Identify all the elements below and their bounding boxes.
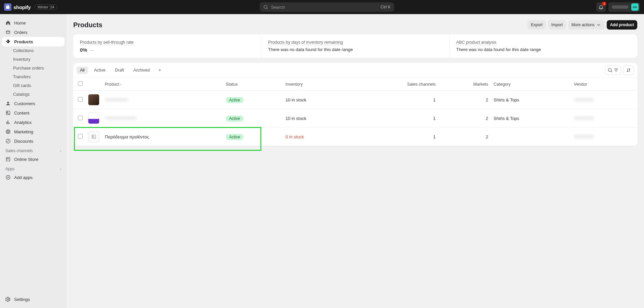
sidebar-item-home[interactable]: Home (2, 18, 65, 28)
chevron-right-icon: › (60, 149, 61, 153)
sidebar-item-label: Online Store (14, 157, 38, 162)
sidebar-item-label: Content (14, 111, 30, 116)
sidebar-item-orders[interactable]: Orders (2, 28, 65, 37)
import-button[interactable]: Import (548, 20, 566, 30)
sidebar-item-label: Discounts (14, 139, 33, 144)
edition-badge[interactable]: Winter '24 (35, 4, 57, 10)
store-name-placeholder (612, 5, 629, 9)
tab-archived[interactable]: Archived (130, 67, 153, 74)
sort-button[interactable] (623, 65, 634, 75)
sales-channels-value: 1 (351, 128, 438, 146)
tab-all[interactable]: All (77, 67, 88, 74)
row-checkbox[interactable] (78, 97, 83, 102)
more-actions-button[interactable]: More actions (568, 20, 605, 30)
metric-sell-through[interactable]: Products by sell-through rate 0% — (73, 34, 261, 58)
marketing-icon (5, 129, 11, 134)
svg-point-7 (8, 131, 8, 132)
search-input[interactable]: Search Ctrl K (260, 2, 394, 12)
sidebar-item-label: Analytics (14, 120, 32, 125)
sidebar-sub-purchase-orders[interactable]: Purchase orders (2, 64, 65, 73)
sidebar-item-customers[interactable]: Customers (2, 99, 65, 108)
home-icon (5, 20, 11, 26)
content-icon (5, 110, 11, 116)
svg-rect-1 (6, 31, 10, 34)
svg-point-13 (93, 136, 94, 137)
sidebar-sub-transfers[interactable]: Transfers (2, 73, 65, 81)
export-button[interactable]: Export (527, 20, 546, 30)
vendor-value (574, 98, 594, 102)
svg-point-11 (608, 69, 611, 72)
search-icon (607, 68, 613, 73)
sidebar-sub-gift-cards[interactable]: Gift cards (2, 81, 65, 90)
sidebar-item-label: Marketing (14, 129, 33, 134)
sales-channels-header[interactable]: Sales channels › (2, 146, 65, 155)
sidebar-sub-inventory[interactable]: Inventory (2, 55, 65, 64)
store-menu[interactable]: ste (608, 2, 640, 12)
sidebar-item-products[interactable]: Products (2, 37, 65, 46)
sidebar-item-add-apps[interactable]: Add apps (2, 173, 65, 182)
inventory-value: 0 in stock (286, 134, 304, 139)
products-table-card: All Active Draft Archived + (73, 63, 637, 146)
filter-icon (613, 68, 619, 73)
tab-active[interactable]: Active (91, 67, 109, 74)
search-kbd: Ctrl K (381, 5, 391, 9)
sidebar-item-marketing[interactable]: Marketing (2, 127, 65, 136)
sidebar: Home Orders Products Collections Invento… (0, 14, 67, 308)
table-row[interactable]: Παράδειγμα προϊόντος Active 0 in stock 1… (73, 128, 637, 146)
col-product[interactable]: Product↑ (102, 78, 223, 91)
logo[interactable]: shopify Winter '24 (4, 3, 57, 11)
row-checkbox[interactable] (78, 134, 83, 139)
product-thumbnail (88, 113, 99, 124)
chevron-down-icon (596, 22, 601, 28)
products-table: Product↑ Status Inventory Sales channels… (73, 78, 637, 146)
discounts-icon (5, 138, 11, 144)
metrics-card: Products by sell-through rate 0% — Produ… (73, 34, 637, 58)
sidebar-item-label: Orders (14, 30, 28, 35)
sidebar-item-online-store[interactable]: Online Store (2, 155, 65, 164)
product-thumbnail (88, 94, 99, 105)
svg-point-4 (7, 112, 8, 113)
col-inventory[interactable]: Inventory (283, 78, 351, 91)
search-icon (263, 4, 268, 10)
sidebar-sub-catalogs[interactable]: Catalogs (2, 90, 65, 99)
sidebar-item-settings[interactable]: Settings (2, 295, 65, 304)
metric-abc[interactable]: ABC product analysis There was no data f… (449, 34, 637, 58)
sales-channels-value: 1 (351, 91, 438, 109)
shopify-bag-icon (4, 3, 11, 11)
markets-value: 2 (438, 109, 491, 128)
row-checkbox[interactable] (78, 116, 83, 120)
sidebar-item-label: Add apps (14, 175, 33, 180)
search-filter-button[interactable] (605, 65, 621, 75)
product-name: Παράδειγμα προϊόντος (105, 134, 149, 139)
col-status[interactable]: Status (223, 78, 283, 91)
sidebar-item-content[interactable]: Content (2, 108, 65, 118)
table-row[interactable]: Active 10 in stock 1 2 Shirts & Tops (73, 91, 637, 109)
sidebar-sub-collections[interactable]: Collections (2, 46, 65, 55)
add-view-button[interactable]: + (156, 67, 164, 74)
select-all-checkbox[interactable] (78, 81, 83, 86)
notifications-button[interactable]: 1 (596, 2, 606, 12)
main-content: Products Export Import More actions Add … (67, 14, 644, 308)
col-category[interactable]: Category (491, 78, 571, 91)
col-markets[interactable]: Markets (438, 78, 491, 91)
plus-circle-icon (5, 175, 11, 180)
add-product-button[interactable]: Add product (607, 20, 637, 30)
gear-icon (5, 297, 11, 302)
markets-value: 2 (438, 128, 491, 146)
apps-header[interactable]: Apps › (2, 164, 65, 173)
sidebar-item-discounts[interactable]: Discounts (2, 136, 65, 146)
product-name (105, 116, 137, 120)
sidebar-item-label: Settings (14, 297, 30, 302)
sidebar-item-analytics[interactable]: Analytics (2, 118, 65, 127)
metric-days-inventory[interactable]: Products by days of inventory remaining … (261, 34, 449, 58)
status-badge: Active (226, 134, 244, 140)
store-icon (5, 157, 11, 162)
table-row[interactable]: Active 10 in stock 1 2 Shirts & Tops (73, 109, 637, 128)
sidebar-item-label: Customers (14, 101, 35, 106)
col-sales-channels[interactable]: Sales channels (351, 78, 438, 91)
tab-draft[interactable]: Draft (112, 67, 127, 74)
customers-icon (5, 101, 11, 106)
col-vendor[interactable]: Vendor (571, 78, 637, 91)
status-badge: Active (226, 97, 244, 103)
product-thumbnail (88, 131, 99, 142)
